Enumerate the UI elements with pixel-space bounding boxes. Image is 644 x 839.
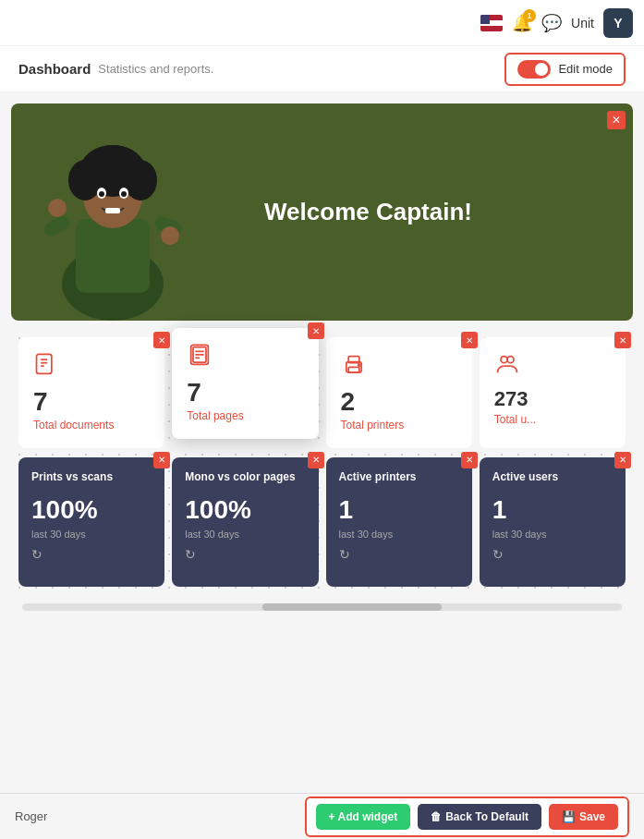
close-documents-button[interactable]: ✕ [153,332,170,348]
header-left: Dashboard Statistics and reports. [18,61,213,77]
top-nav: 🔔 1 💬 Unit Y [0,0,644,46]
chart-active-printers: ✕ Active printers 1 last 30 days ↻ [326,457,472,587]
user-avatar[interactable]: Y [603,8,633,38]
close-pages-button[interactable]: ✕ [308,322,324,339]
edit-mode-button[interactable]: Edit mode [504,53,626,86]
bottom-actions: + Add widget 🗑 Back To Default 💾 Save [305,796,629,837]
close-users-button[interactable]: ✕ [614,332,631,348]
prints-chart-title: Prints vs scans [31,470,152,485]
chart-mono-vs-color: ✕ Mono vs color pages 100% last 30 days … [172,457,318,587]
main-content: Welcome Captain! ✕ ✕ 7 Total documents [0,92,644,629]
users-count: 273 [494,389,611,409]
scroll-thumb[interactable] [262,603,443,611]
svg-point-14 [48,199,67,217]
active-printers-title: Active printers [339,470,459,485]
svg-point-6 [85,145,140,182]
edit-mode-toggle[interactable] [517,60,551,79]
svg-rect-16 [37,354,52,373]
add-widget-button[interactable]: + Add widget [316,804,411,830]
documents-icon [33,352,150,383]
active-users-value: 1 [492,495,613,525]
close-printers-button[interactable]: ✕ [461,332,478,348]
active-printers-sublabel: last 30 days [339,529,459,540]
svg-rect-27 [348,367,359,372]
printers-count: 2 [341,389,457,415]
flag-icon[interactable] [480,15,503,31]
close-banner-button[interactable]: ✕ [607,111,626,129]
dashboard-label: Dashboard [18,61,91,77]
chart-row: ✕ Prints vs scans 100% last 30 days ↻ ✕ … [18,457,626,587]
svg-point-15 [161,226,179,245]
prints-chart-value: 100% [31,495,152,525]
users-label: Total u... [494,413,611,428]
svg-point-28 [358,364,359,366]
stats-grid: ✕ 7 Total documents ✕ [18,337,626,448]
mono-chart-title: Mono vs color pages [185,470,305,485]
stat-card-pages: ✕ 7 Total pages [172,328,318,439]
chart-prints-vs-scans: ✕ Prints vs scans 100% last 30 days ↻ [18,457,164,587]
active-users-refresh-icon[interactable]: ↻ [492,547,613,562]
close-active-users-button[interactable]: ✕ [614,452,631,468]
pages-label: Total pages [187,409,303,424]
header-bar: Dashboard Statistics and reports. Edit m… [0,46,644,92]
pages-count: 7 [187,380,303,406]
active-printers-value: 1 [339,495,459,525]
svg-rect-11 [105,208,120,213]
documents-count: 7 [33,389,150,415]
close-active-printers-button[interactable]: ✕ [461,452,478,468]
chart-active-users: ✕ Active users 1 last 30 days ↻ [480,457,626,587]
save-label: Save [579,810,605,823]
save-button[interactable]: 💾 Save [549,804,618,830]
welcome-text: Welcome Captain! [264,198,472,226]
documents-label: Total documents [33,419,150,433]
back-default-label: Back To Default [445,810,529,823]
close-mono-chart-button[interactable]: ✕ [308,452,324,468]
horizontal-scrollbar[interactable] [22,603,622,611]
svg-point-10 [121,191,127,197]
mono-refresh-icon[interactable]: ↻ [185,547,305,562]
prints-refresh-icon[interactable]: ↻ [31,547,152,562]
mono-chart-value: 100% [185,495,305,525]
unit-label: Unit [571,16,594,30]
active-users-sublabel: last 30 days [492,529,613,540]
trash-icon: 🗑 [431,810,442,823]
captain-character [20,108,205,321]
svg-rect-1 [76,219,150,293]
current-user-label: Roger [15,809,47,823]
printers-icon [341,352,457,383]
active-printers-refresh-icon[interactable]: ↻ [339,547,459,562]
notification-badge: 1 [523,9,536,22]
stat-card-printers: ✕ 2 Total printers [326,337,472,448]
bottom-bar: Roger + Add widget 🗑 Back To Default 💾 S… [0,793,644,839]
active-users-title: Active users [492,470,613,485]
stat-card-documents: ✕ 7 Total documents [18,337,164,448]
printers-label: Total printers [341,419,457,433]
svg-point-30 [507,357,514,363]
welcome-banner: Welcome Captain! ✕ [11,103,633,321]
mono-chart-sublabel: last 30 days [185,529,305,540]
notification-bell[interactable]: 🔔 1 [512,13,532,33]
chat-icon[interactable]: 💬 [541,13,562,33]
stats-dotted-area: ✕ 7 Total documents ✕ [11,330,633,594]
stat-card-users: ✕ 273 Total u... [480,337,626,448]
pages-icon [187,343,303,374]
users-icon [494,352,611,383]
header-subtitle: Statistics and reports. [98,62,213,76]
back-to-default-button[interactable]: 🗑 Back To Default [418,804,541,830]
prints-chart-sublabel: last 30 days [31,529,152,540]
save-icon: 💾 [562,810,576,823]
close-prints-chart-button[interactable]: ✕ [153,452,170,468]
svg-point-29 [501,357,507,363]
edit-mode-label: Edit mode [558,62,613,76]
svg-point-9 [99,191,104,197]
